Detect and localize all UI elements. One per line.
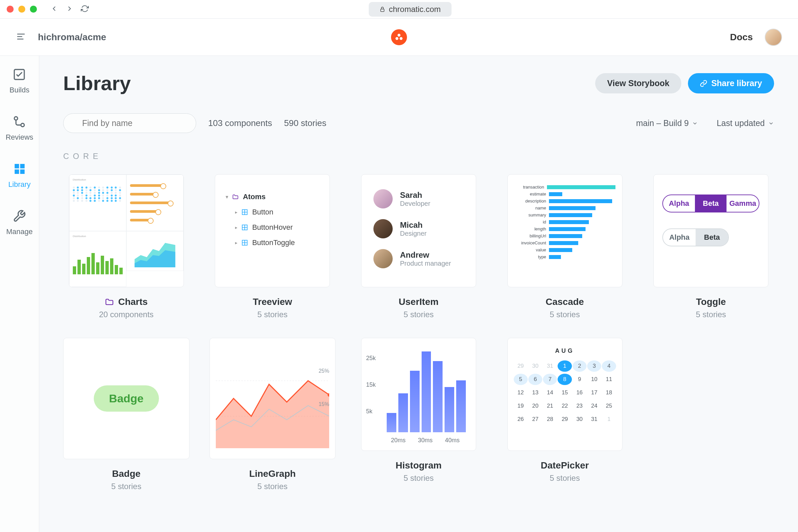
card-title: Cascade <box>546 297 584 307</box>
card-sub: 5 stories <box>404 310 434 319</box>
branch-build-label: main – Build 9 <box>636 118 689 128</box>
user-name: Andrew <box>400 250 451 260</box>
sidebar-label: Builds <box>10 86 30 94</box>
card-title: Histogram <box>396 460 441 471</box>
project-name[interactable]: hichroma/acme <box>38 32 106 42</box>
share-library-button[interactable]: Share library <box>688 73 774 93</box>
card-sub: 5 stories <box>258 482 288 491</box>
user-role: Developer <box>400 200 430 208</box>
forward-button[interactable] <box>65 5 74 14</box>
card-datepicker[interactable]: AUG 293031123456789101112131415161718192… <box>502 338 628 491</box>
seg-opt: Gamma <box>726 195 759 212</box>
user-role: Product manager <box>400 260 451 267</box>
main-content: Library View Storybook Share library 103… <box>39 56 798 532</box>
card-title: Treeview <box>253 297 292 307</box>
component-count: 103 components <box>208 118 272 128</box>
sidebar-item-reviews[interactable]: Reviews <box>6 115 33 141</box>
thumb-charts: Distribution Distribution <box>69 174 184 287</box>
card-sub: 5 stories <box>550 310 580 319</box>
sidebar: Builds Reviews Library Manage <box>0 56 39 532</box>
dp-month: AUG <box>514 347 616 355</box>
user-role: Designer <box>400 230 426 238</box>
section-label: CORE <box>63 152 774 161</box>
menu-icon[interactable] <box>16 32 26 43</box>
folder-icon <box>105 297 114 307</box>
maximize-window-icon[interactable] <box>30 6 37 13</box>
page-header: Library View Storybook Share library <box>63 72 774 95</box>
svg-point-4 <box>398 34 401 37</box>
card-sub: 5 stories <box>111 482 141 491</box>
svg-rect-13 <box>20 170 24 174</box>
thumb-useritem: SarahDeveloper MicahDesigner AndrewProdu… <box>361 174 476 287</box>
close-window-icon[interactable] <box>7 6 14 13</box>
mini-area <box>126 231 184 271</box>
app-header: hichroma/acme Docs <box>0 19 798 56</box>
thumb-cascade: transactionestimatedescriptionnamesummar… <box>507 174 623 287</box>
chromatic-logo[interactable] <box>391 29 407 45</box>
card-histogram[interactable]: 25k 15k 5k 20ms 30ms 40ms Histogram 5 st… <box>356 338 482 491</box>
tree-parent: Atoms <box>243 192 265 201</box>
sort-dropdown[interactable]: Last updated <box>717 118 774 128</box>
card-charts[interactable]: Distribution Distribution Charts 20 comp… <box>63 174 190 319</box>
thumb-histogram: 25k 15k 5k 20ms 30ms 40ms <box>361 338 476 451</box>
sidebar-item-library[interactable]: Library <box>8 162 31 189</box>
avatar <box>374 189 393 208</box>
docs-link[interactable]: Docs <box>730 32 753 42</box>
page-title: Library <box>63 72 131 95</box>
svg-point-9 <box>21 124 24 127</box>
card-linegraph[interactable]: 25% 15% LineGraph 5 stories <box>209 338 336 491</box>
card-sub: 5 stories <box>258 310 288 319</box>
view-storybook-button[interactable]: View Storybook <box>595 73 681 93</box>
svg-rect-11 <box>20 164 24 168</box>
svg-point-5 <box>395 37 398 40</box>
back-button[interactable] <box>50 5 58 14</box>
card-useritem[interactable]: SarahDeveloper MicahDesigner AndrewProdu… <box>356 174 482 319</box>
builds-icon <box>13 68 26 81</box>
avatar <box>374 249 393 268</box>
card-sub: 20 components <box>99 310 154 319</box>
search-input[interactable] <box>63 113 196 133</box>
hist-x: 20ms <box>391 437 406 444</box>
minimize-window-icon[interactable] <box>18 6 25 13</box>
chevron-down-icon <box>692 120 698 126</box>
mini-heatmap: Distribution <box>69 174 126 231</box>
segment-gray: Alpha Beta <box>662 228 729 246</box>
card-title: LineGraph <box>249 469 296 479</box>
card-cascade[interactable]: transactionestimatedescriptionnamesummar… <box>502 174 628 319</box>
url-bar[interactable]: chromatic.com <box>369 2 451 17</box>
user-name: Micah <box>400 221 426 230</box>
card-title: DatePicker <box>540 460 589 471</box>
svg-rect-12 <box>15 170 19 174</box>
seg-opt: Alpha <box>663 195 695 212</box>
seg-opt-active: Beta <box>695 195 727 212</box>
sidebar-item-builds[interactable]: Builds <box>10 68 30 94</box>
avatar <box>374 219 393 239</box>
segment-purple: Alpha Beta Gamma <box>662 194 759 212</box>
svg-rect-10 <box>15 164 19 168</box>
lock-icon <box>379 6 385 12</box>
tree-child: ButtonToggle <box>252 239 294 247</box>
browser-chrome: chromatic.com <box>0 0 798 19</box>
manage-icon <box>13 209 26 223</box>
branch-build-dropdown[interactable]: main – Build 9 <box>636 118 698 128</box>
card-treeview[interactable]: ▾Atoms ▸Button ▸ButtonHover ▸ButtonToggl… <box>209 174 336 319</box>
sidebar-item-manage[interactable]: Manage <box>6 209 33 236</box>
seg-opt: Alpha <box>663 229 696 246</box>
tree-child: Button <box>252 208 273 216</box>
mini-sliders <box>126 174 184 231</box>
thumb-datepicker: AUG 293031123456789101112131415161718192… <box>507 338 623 451</box>
user-name: Sarah <box>400 191 430 200</box>
refresh-button[interactable] <box>81 5 89 14</box>
svg-point-6 <box>400 37 403 40</box>
story-count: 590 stories <box>284 118 326 128</box>
card-title: UserItem <box>399 297 439 307</box>
card-toggle[interactable]: Alpha Beta Gamma Alpha Beta Toggle 5 sto… <box>648 174 774 319</box>
badge: Badge <box>94 385 159 412</box>
thumb-linegraph: 25% 15% <box>209 338 336 459</box>
svg-rect-0 <box>381 9 384 12</box>
browser-nav <box>50 5 89 14</box>
card-sub: 5 stories <box>696 310 726 319</box>
library-icon <box>13 162 26 175</box>
card-badge[interactable]: Badge Badge 5 stories <box>63 338 190 491</box>
user-avatar[interactable] <box>765 28 782 46</box>
